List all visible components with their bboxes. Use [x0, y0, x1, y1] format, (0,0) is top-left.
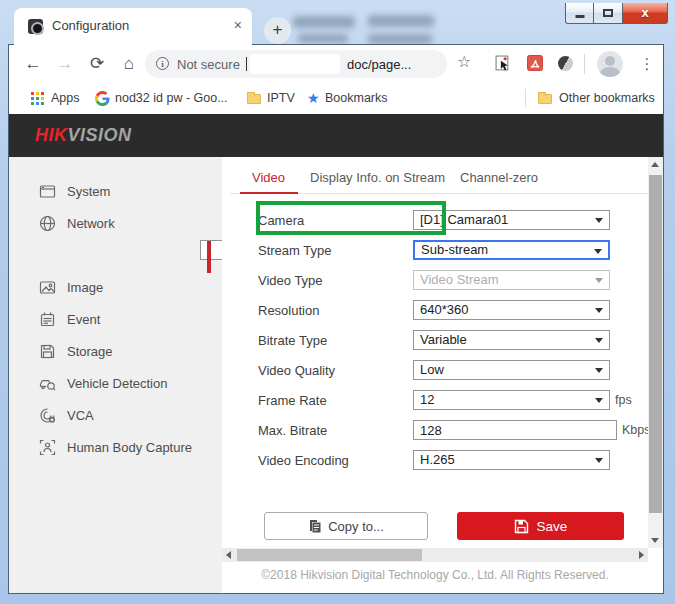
max-bitrate-input[interactable]: [413, 420, 617, 440]
storage-icon: [39, 343, 56, 360]
save-button[interactable]: Save: [457, 512, 624, 540]
scroll-right-icon[interactable]: [639, 551, 644, 559]
info-icon[interactable]: i: [156, 57, 169, 70]
reload-icon[interactable]: ⟳: [85, 52, 109, 76]
google-icon: [95, 91, 110, 106]
video-encoding-label: Video Encoding: [258, 453, 349, 468]
human-body-capture-icon: [39, 439, 56, 456]
video-type-select: Video Stream: [413, 270, 610, 290]
back-icon[interactable]: ←: [21, 52, 45, 76]
sidebar-item-vca[interactable]: VCA: [9, 400, 222, 432]
star-icon: ★: [307, 90, 320, 106]
sidebar-item-system[interactable]: System: [9, 176, 222, 208]
system-icon: [39, 183, 56, 200]
active-tab-underline: [240, 192, 298, 194]
bitrate-type-label: Bitrate Type: [258, 333, 327, 348]
vehicle-detection-icon: [39, 375, 56, 392]
event-icon: [39, 311, 56, 328]
browser-menu-icon[interactable]: ⋮: [637, 52, 657, 76]
apps-shortcut[interactable]: Apps: [51, 91, 80, 105]
stream-type-select[interactable]: Sub-stream: [413, 240, 610, 260]
bookmark-star-icon[interactable]: ☆: [457, 52, 471, 71]
vertical-scroll-thumb[interactable]: [649, 175, 662, 513]
sidebar-item-image[interactable]: Image: [9, 272, 222, 304]
bookmarks-divider: [525, 89, 526, 107]
network-icon: [39, 215, 56, 232]
sidebar-item-storage[interactable]: Storage: [9, 336, 222, 368]
browser-extension-icon[interactable]: [558, 56, 573, 71]
copyright-footer: ©2018 Hikvision Digital Technology Co., …: [222, 568, 648, 582]
close-window-button[interactable]: x: [622, 3, 668, 24]
frame-rate-select[interactable]: 12: [413, 390, 610, 410]
minimize-icon: [575, 15, 584, 18]
bookmark-folder-iptv[interactable]: IPTV: [267, 91, 295, 105]
frame-rate-label: Frame Rate: [258, 393, 327, 408]
screenshot-extension-icon[interactable]: [495, 55, 511, 71]
security-label: Not secure: [177, 57, 240, 72]
browser-toolbar: ← → ⟳ ⌂ i Not secure doc/page... ☆: [9, 45, 663, 83]
video-quality-label: Video Quality: [258, 363, 335, 378]
sidebar-item-network[interactable]: Network: [9, 208, 222, 240]
horizontal-scroll-thumb[interactable]: [237, 549, 422, 561]
sidebar-item-human-body-capture[interactable]: Human Body Capture: [9, 432, 222, 464]
scroll-left-icon[interactable]: [226, 551, 231, 559]
bookmark-item[interactable]: nod32 id pw - Goo...: [115, 91, 228, 105]
close-icon: x: [623, 5, 667, 20]
toolbar-divider: [584, 54, 585, 74]
tab-channel-zero[interactable]: Channel-zero: [460, 170, 538, 185]
resolution-label: Resolution: [258, 303, 319, 318]
image-icon: [39, 279, 56, 296]
tab-video[interactable]: Video: [252, 170, 285, 185]
profile-avatar[interactable]: [597, 51, 623, 77]
address-bar[interactable]: i Not secure doc/page...: [145, 50, 447, 78]
copy-to-button[interactable]: Copy to...: [264, 512, 428, 540]
tab-close-icon[interactable]: ×: [234, 17, 242, 33]
sidebar-item-vehicle-detection[interactable]: Vehicle Detection: [9, 368, 222, 400]
page-body: System Network: [9, 157, 663, 593]
sidebar-item-event[interactable]: Event: [9, 304, 222, 336]
new-tab-button[interactable]: +: [264, 17, 291, 44]
bookmark-item[interactable]: Bookmarks: [325, 91, 388, 105]
browser-tab[interactable]: Configuration ×: [14, 8, 252, 45]
blurred-background-text: [368, 15, 434, 27]
forward-icon[interactable]: →: [53, 52, 77, 76]
video-encoding-select[interactable]: H.265: [413, 450, 610, 470]
resolution-select[interactable]: 640*360: [413, 300, 610, 320]
tab-title: Configuration: [52, 18, 129, 33]
selected-indicator: [207, 241, 211, 273]
vca-icon: [39, 407, 56, 424]
window-controls: x: [565, 3, 668, 24]
folder-icon: [247, 94, 261, 104]
desktop: x Configuration × + ← → ⟳ ⌂ i Not secure…: [0, 0, 675, 604]
scroll-up-icon[interactable]: [651, 162, 659, 167]
kbps-unit: Kbps: [622, 423, 651, 437]
blurred-background-text: [293, 16, 355, 28]
tab-display-info-on-stream[interactable]: Display Info. on Stream: [310, 170, 445, 185]
maximize-button[interactable]: [594, 3, 622, 24]
sidebar: System Network: [9, 157, 222, 593]
hikvision-logo: HIKVISION: [35, 125, 132, 146]
vertical-scrollbar[interactable]: [648, 157, 663, 548]
apps-grid-icon[interactable]: [31, 92, 44, 105]
video-settings-panel: Video Display Info. on Stream Channel-ze…: [222, 157, 648, 593]
copy-icon: [308, 519, 322, 533]
minimize-button[interactable]: [565, 3, 594, 24]
folder-icon: [538, 94, 552, 104]
pdf-extension-icon[interactable]: [527, 55, 543, 71]
bookmarks-bar: Apps nod32 id pw - Goo... IPTV ★ Bookmar…: [9, 83, 663, 114]
scroll-down-icon[interactable]: [651, 538, 659, 543]
stream-type-label: Stream Type: [258, 243, 331, 258]
bitrate-type-select[interactable]: Variable: [413, 330, 610, 350]
video-type-label: Video Type: [258, 273, 323, 288]
hikvision-header: HIKVISION: [9, 114, 663, 157]
camera-favicon-icon: [28, 19, 43, 34]
home-icon[interactable]: ⌂: [117, 52, 141, 76]
other-bookmarks[interactable]: Other bookmarks: [559, 91, 655, 105]
blurred-background-text: [298, 34, 348, 43]
video-quality-select[interactable]: Low: [413, 360, 610, 380]
blurred-background-text: [368, 34, 432, 44]
redacted-url-area: [250, 54, 340, 74]
text-caret: [246, 57, 247, 71]
horizontal-scrollbar[interactable]: [222, 548, 648, 562]
max-bitrate-label: Max. Bitrate: [258, 423, 327, 438]
